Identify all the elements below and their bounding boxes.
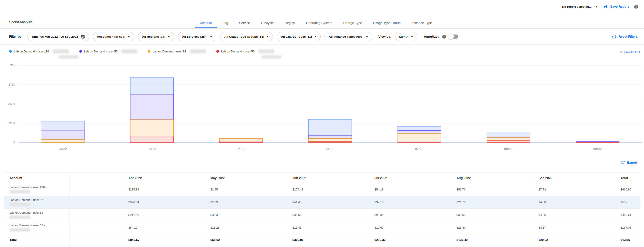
time-range-label: Time: 06 Mar 2022 - 06 Sep 2022 [31, 35, 78, 38]
bar-segment[interactable] [220, 141, 263, 143]
y-tick-label: $500 [8, 102, 15, 106]
bar-segment[interactable] [308, 138, 352, 141]
legend-item[interactable]: Lab on Demand - user 136 [9, 49, 69, 53]
account-name: Lab on Demand - user 57 - [10, 198, 70, 202]
stacked-bar-chart: $1k$750$500$250003/2204/2205/2206/2207/2… [0, 61, 644, 154]
value-cell: $38.63 [454, 209, 536, 221]
unselect-all-button[interactable]: × Unselect All [620, 50, 640, 54]
bar-segment[interactable] [308, 141, 352, 143]
value-cell: $35.30 [208, 209, 290, 221]
services-filter-pill[interactable]: All Services (254) [178, 32, 216, 41]
tab-account[interactable]: Account [194, 21, 217, 28]
bar-segment[interactable] [398, 133, 441, 141]
legend-item[interactable]: Lab on Demand - user 14 [148, 49, 206, 53]
export-button[interactable]: Export [621, 160, 637, 165]
reset-filters-button[interactable]: Reset Filters [612, 34, 638, 39]
bar-segment[interactable] [398, 131, 441, 133]
table-row[interactable]: Lab on Demand - user 57 -$328.64$2.39$41… [4, 196, 640, 209]
tab-operating-system[interactable]: Operating System [301, 21, 338, 28]
column-header-jul[interactable]: Jul 2022 [372, 173, 454, 183]
value-cell: $21.70 [454, 196, 536, 209]
column-header-jun[interactable]: Jun 2022 [290, 173, 372, 183]
column-header-sep[interactable]: Sep 2022 [536, 173, 618, 183]
column-header-account[interactable]: Account [4, 173, 70, 183]
bar-segment[interactable] [41, 121, 84, 130]
instance-types-filter-pill[interactable]: All Instance Types (507) [324, 32, 372, 41]
bar-segment[interactable] [576, 142, 619, 143]
bar-segment[interactable] [220, 138, 263, 141]
table-header-row: Account Apr 2022 May 2022 Jun 2022 Jul 2… [4, 173, 640, 183]
x-tick-label: 06/22 [326, 147, 334, 151]
x-tick-label: 05/22 [237, 147, 246, 151]
bar-segment[interactable] [398, 126, 441, 130]
tab-instance-type[interactable]: Instance Type [406, 21, 438, 28]
value-cell: $2.95 [208, 183, 290, 196]
tab-usage-type-group[interactable]: Usage Type Group [368, 21, 406, 28]
report-selector-dropdown[interactable]: No report selected... [562, 5, 598, 8]
regions-filter-pill[interactable]: All Regions (24) [138, 32, 174, 41]
chevron-down-icon [595, 6, 598, 7]
legend-item[interactable]: Lab on Demand - user 50 [216, 49, 274, 53]
column-header-may[interactable]: May 2022 [208, 173, 290, 183]
column-header-aug[interactable]: Aug 2022 [454, 173, 536, 183]
bar-segment[interactable] [41, 140, 84, 143]
tab-service[interactable]: Service [234, 21, 256, 28]
chevron-down-icon [411, 36, 413, 37]
series-color-dot [79, 50, 82, 53]
bar-segment[interactable] [130, 136, 174, 143]
charge-types-filter-pill[interactable]: All Charge Types (11) [277, 32, 321, 41]
value-cell: $37.18 [372, 196, 454, 209]
redacted-text [258, 49, 274, 53]
legend-item[interactable]: Lab on Demand - user 57 [79, 49, 137, 53]
bar-segment[interactable] [487, 138, 530, 141]
tab-tag[interactable]: Tag [217, 21, 234, 28]
bar-segment[interactable] [130, 94, 174, 120]
bar-segment[interactable] [398, 141, 441, 143]
view-by-period-pill[interactable]: Month [395, 32, 417, 41]
bar-segment[interactable] [308, 135, 352, 138]
tab-charge-type[interactable]: Charge Type [338, 21, 368, 28]
column-spacer [70, 209, 126, 221]
redacted-text [262, 55, 281, 59]
calendar-icon [81, 34, 85, 39]
amortized-toggle[interactable] [449, 34, 458, 39]
value-cell: $167.08 [618, 221, 640, 234]
time-range-pill[interactable]: Time: 06 Mar 2022 - 06 Sep 2022 [27, 32, 89, 41]
chevron-down-icon [168, 36, 170, 37]
bar-segment[interactable] [487, 132, 530, 136]
table-row[interactable]: Lab on Demand - user 136 -$215.34$2.95$2… [4, 183, 640, 196]
table-row[interactable]: Lab on Demand - user 50 -$84.10$18.28$15… [4, 221, 640, 234]
bar-segment[interactable] [130, 120, 174, 136]
column-header-total[interactable]: Total [618, 173, 640, 183]
account-name: Lab on Demand - user 14 - [10, 211, 70, 215]
tab-lifecycle[interactable]: Lifecycle [256, 21, 279, 28]
bar-segment[interactable] [487, 141, 530, 143]
value-cell: $4.17 [536, 221, 618, 234]
bar-segment[interactable] [487, 136, 530, 138]
accounts-filter-pill[interactable]: Accounts 4 (of 674) [93, 32, 134, 41]
x-tick-label: 07/22 [415, 147, 424, 151]
value-cell: $15.45 [290, 221, 372, 234]
info-icon[interactable]: i [634, 5, 638, 9]
value-cell: $41.43 [290, 196, 372, 209]
column-header-apr[interactable]: Apr 2022 [126, 173, 208, 183]
filter-bar: Filter by: Time: 06 Mar 2022 - 06 Sep 20… [0, 29, 644, 45]
usage-type-groups-filter-pill[interactable]: All Usage Type Groups (68) [220, 32, 273, 41]
spend-table: Account Apr 2022 May 2022 Jun 2022 Jul 2… [4, 173, 640, 246]
bar-segment[interactable] [308, 119, 352, 136]
y-tick-label: $250 [8, 121, 15, 125]
y-tick-label: 0 [14, 141, 15, 144]
info-icon[interactable]: i [442, 35, 446, 39]
x-tick-label: 08/22 [504, 147, 513, 151]
table-row[interactable]: Lab on Demand - user 14 -$212.59$35.30$3… [4, 209, 640, 221]
tab-region[interactable]: Region [279, 21, 301, 28]
bar-segment[interactable] [130, 78, 174, 94]
total-value: $137.49 [454, 234, 536, 246]
total-value: $300.95 [290, 234, 372, 246]
column-spacer [70, 173, 126, 183]
bar-segment[interactable] [41, 130, 84, 140]
save-report-button[interactable]: Save Report [603, 4, 629, 9]
column-spacer [70, 183, 126, 196]
redacted-text [59, 55, 78, 59]
chevron-down-icon [210, 36, 212, 37]
